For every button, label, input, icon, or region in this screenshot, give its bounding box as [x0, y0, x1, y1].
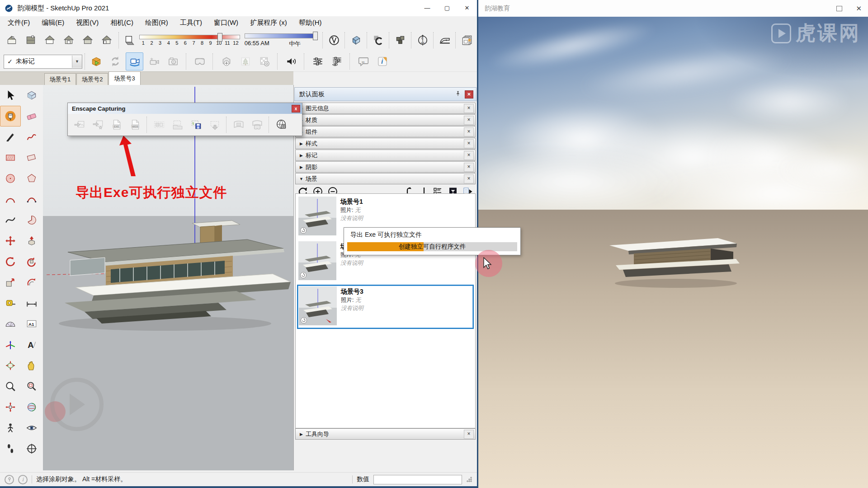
minimize-button[interactable]: —	[417, 0, 437, 16]
tray-section-2[interactable]: ▶组件×	[295, 126, 476, 137]
text-tool[interactable]: A1	[21, 314, 42, 334]
scene-tab-3[interactable]: 场景号3	[108, 71, 140, 85]
close-button[interactable]: ✕	[457, 0, 477, 16]
freehand-tool[interactable]	[21, 127, 42, 147]
enscape-close-button[interactable]: ✕	[856, 5, 862, 13]
section-close-button[interactable]: ×	[464, 163, 474, 172]
move-tool[interactable]	[0, 230, 21, 251]
plugin-cubes-icon[interactable]	[392, 32, 409, 49]
rotated-rectangle-tool[interactable]	[21, 147, 42, 168]
view-iso-icon[interactable]	[3, 32, 20, 49]
plugin-layers-icon[interactable]	[458, 32, 475, 49]
menu-item-8[interactable]: 帮助(H)	[293, 19, 328, 27]
paint-bucket-tool[interactable]	[0, 106, 21, 127]
section-close-button[interactable]: ×	[464, 151, 474, 160]
scene-thumbnail[interactable]	[299, 286, 337, 327]
time-slider-handle[interactable]	[313, 32, 318, 40]
axes-tool[interactable]	[0, 334, 21, 355]
chevron-down-icon[interactable]: ▼	[72, 56, 82, 68]
enscape-sync-button[interactable]	[107, 53, 123, 70]
menu-item-6[interactable]: 窗口(W)	[208, 19, 244, 27]
shadow-toggle-button[interactable]	[122, 32, 137, 49]
scene-thumbnail[interactable]	[298, 241, 336, 282]
circle-tool[interactable]	[0, 168, 21, 189]
zoom-window-tool[interactable]	[21, 376, 42, 397]
tray-section-1[interactable]: ▶材质×	[295, 114, 476, 126]
pie-tool[interactable]	[21, 210, 42, 230]
cap-pano-button[interactable]	[229, 116, 248, 134]
offset-tool[interactable]	[21, 272, 42, 293]
menu-item-1[interactable]: 编辑(E)	[36, 19, 70, 27]
tag-filter-combo[interactable]: ✓ 未标记 ▼	[4, 55, 82, 69]
cap-web-button[interactable]: WEB	[126, 116, 144, 134]
follow-me-tool[interactable]	[21, 251, 42, 272]
section-close-button[interactable]: ×	[464, 104, 474, 113]
view-top-icon[interactable]	[22, 32, 39, 49]
polygon-tool[interactable]	[21, 168, 42, 189]
rotate-tool[interactable]	[0, 251, 21, 272]
cap-exe-button[interactable]: EXE	[107, 116, 126, 134]
resize-grip[interactable]	[466, 476, 472, 483]
enscape-material-button[interactable]	[256, 53, 273, 70]
tray-section-6[interactable]: ▼场景×	[295, 173, 476, 184]
enscape-start-button[interactable]	[88, 53, 104, 70]
section-close-button[interactable]: ×	[464, 116, 474, 125]
model-viewport[interactable]: 导出Exe可执行独立文件	[43, 85, 293, 470]
tray-section-3[interactable]: ▶样式×	[295, 138, 476, 149]
look-around-tool[interactable]	[21, 418, 42, 438]
dimensions-tool[interactable]	[21, 293, 42, 314]
menu-item-0[interactable]: 文件(F)	[2, 19, 36, 27]
plugin-c-icon[interactable]	[370, 32, 387, 49]
menu-item-7[interactable]: 扩展程序 (x)	[244, 19, 293, 27]
cap-globe-button[interactable]	[272, 116, 290, 134]
tool-guide-section[interactable]: ▶ 工具向导 ×	[295, 428, 476, 440]
tray-section-5[interactable]: ▶阴影×	[295, 161, 476, 173]
capturing-close-button[interactable]: x	[292, 105, 300, 113]
section-close-button[interactable]: ×	[464, 127, 474, 136]
push-pull-tool[interactable]	[21, 230, 42, 251]
date-slider-handle[interactable]	[217, 33, 222, 42]
cap-strip-folder-button[interactable]	[168, 116, 187, 134]
scene-thumbnail[interactable]	[298, 197, 336, 237]
tray-section-0[interactable]: ▶图元信息×	[295, 103, 476, 114]
view-back-icon[interactable]	[79, 32, 96, 49]
eraser-tool[interactable]	[21, 106, 42, 127]
section-close-button[interactable]: ×	[464, 174, 474, 183]
section-close-button[interactable]: ×	[464, 139, 474, 148]
scene-item-3[interactable]: 场景号3照片: 无没有说明	[297, 285, 474, 329]
tray-section-4[interactable]: ▶标记×	[295, 150, 476, 161]
textured-cube-tool[interactable]	[21, 85, 42, 106]
select-tool[interactable]	[0, 85, 21, 106]
plugin-ca-icon[interactable]: CA-S	[414, 32, 431, 49]
cap-strip-button[interactable]	[150, 116, 168, 134]
enscape-sound-button[interactable]	[283, 53, 299, 70]
pan-tool[interactable]	[21, 355, 42, 376]
plugin-blue-box-icon[interactable]	[348, 32, 364, 49]
bezier-tool[interactable]	[0, 210, 21, 230]
cap-pano-vr-button[interactable]	[248, 116, 266, 134]
arc-tool[interactable]	[0, 189, 21, 210]
enscape-info-button[interactable]: i	[374, 53, 391, 70]
cap-strip-down-button[interactable]	[205, 116, 224, 134]
menu-item-2[interactable]: 视图(V)	[70, 19, 104, 27]
menu-item-3[interactable]: 相机(C)	[104, 19, 139, 27]
3d-text-tool[interactable]: A	[21, 334, 42, 355]
target-tool[interactable]	[21, 438, 42, 459]
shadow-time-slider[interactable]: 06:55 AM 中午	[245, 33, 317, 47]
shadow-date-slider[interactable]: 123456789101112	[139, 35, 240, 46]
scene-tab-2[interactable]: 场景号2	[76, 73, 108, 85]
enscape-tree-button[interactable]	[237, 53, 254, 70]
scene-tab-1[interactable]: 场景号1	[44, 73, 76, 85]
two-point-arc-tool[interactable]	[21, 189, 42, 210]
pin-icon[interactable]	[453, 90, 463, 98]
measurements-input[interactable]	[373, 475, 462, 484]
orbit-tool[interactable]	[21, 397, 42, 418]
enscape-sliders-eye-button[interactable]	[328, 53, 345, 70]
section-plane-tool[interactable]	[0, 355, 21, 376]
position-camera-tool[interactable]	[0, 418, 21, 438]
cap-img-star-button[interactable]	[89, 116, 107, 134]
cap-img-button[interactable]	[70, 116, 89, 134]
protractor-tool[interactable]	[0, 314, 21, 334]
enscape-vr-button[interactable]	[191, 53, 208, 70]
enscape-asset-button[interactable]	[218, 53, 235, 70]
